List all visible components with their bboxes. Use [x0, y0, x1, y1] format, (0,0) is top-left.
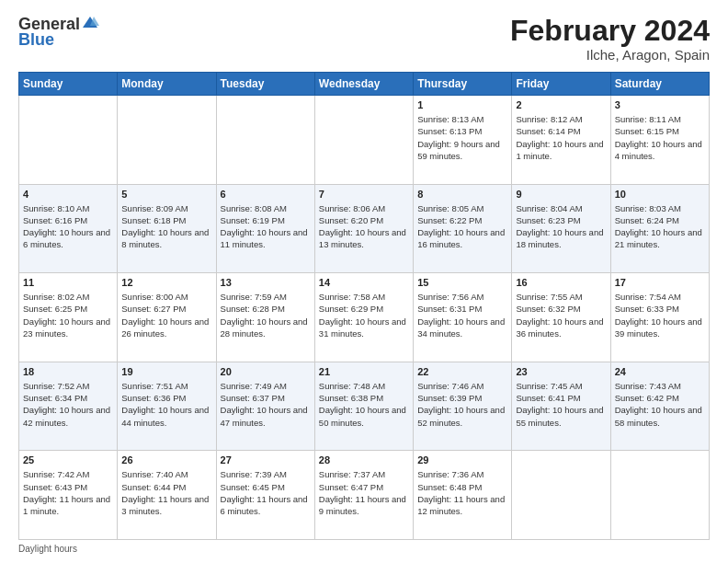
- calendar-header-row: Sunday Monday Tuesday Wednesday Thursday…: [19, 73, 710, 96]
- day-number: 23: [516, 365, 606, 379]
- day-info: Sunrise: 8:12 AMSunset: 6:14 PMDaylight:…: [516, 113, 606, 162]
- table-row: 24Sunrise: 7:43 AMSunset: 6:42 PMDayligh…: [610, 362, 709, 451]
- logo: General Blue: [18, 15, 99, 50]
- day-number: 5: [121, 188, 211, 201]
- day-info: Sunrise: 7:45 AMSunset: 6:41 PMDaylight:…: [516, 380, 606, 429]
- table-row: [610, 451, 709, 540]
- calendar-location: Ilche, Aragon, Spain: [510, 47, 710, 63]
- col-wednesday: Wednesday: [314, 73, 413, 96]
- table-row: 12Sunrise: 8:00 AMSunset: 6:27 PMDayligh…: [118, 273, 216, 362]
- footer-note: Daylight hours: [18, 544, 710, 554]
- day-info: Sunrise: 7:56 AMSunset: 6:31 PMDaylight:…: [417, 291, 507, 339]
- table-row: 6Sunrise: 8:08 AMSunset: 6:19 PMDaylight…: [216, 184, 314, 273]
- table-row: 4Sunrise: 8:10 AMSunset: 6:16 PMDaylight…: [19, 184, 118, 273]
- table-row: 2Sunrise: 8:12 AMSunset: 6:14 PMDaylight…: [512, 96, 610, 185]
- calendar-week-row: 25Sunrise: 7:42 AMSunset: 6:43 PMDayligh…: [19, 451, 710, 540]
- calendar-week-row: 18Sunrise: 7:52 AMSunset: 6:34 PMDayligh…: [19, 362, 710, 451]
- calendar-week-row: 11Sunrise: 8:02 AMSunset: 6:25 PMDayligh…: [19, 273, 710, 362]
- day-number: 27: [221, 454, 311, 467]
- day-info: Sunrise: 8:11 AMSunset: 6:15 PMDaylight:…: [615, 113, 705, 162]
- table-row: 17Sunrise: 7:54 AMSunset: 6:33 PMDayligh…: [610, 273, 709, 362]
- day-number: 20: [221, 365, 311, 379]
- calendar-week-row: 4Sunrise: 8:10 AMSunset: 6:16 PMDaylight…: [19, 184, 710, 273]
- day-number: 12: [121, 276, 211, 290]
- calendar-table: Sunday Monday Tuesday Wednesday Thursday…: [18, 72, 710, 540]
- table-row: 23Sunrise: 7:45 AMSunset: 6:41 PMDayligh…: [512, 362, 610, 451]
- footer-daylight-text: Daylight hours: [18, 544, 77, 554]
- col-saturday: Saturday: [610, 73, 709, 96]
- day-number: 7: [319, 188, 409, 201]
- day-info: Sunrise: 7:39 AMSunset: 6:45 PMDaylight:…: [221, 468, 311, 517]
- day-number: 19: [121, 365, 211, 379]
- day-number: 21: [319, 365, 409, 379]
- day-info: Sunrise: 7:55 AMSunset: 6:32 PMDaylight:…: [516, 291, 606, 339]
- day-info: Sunrise: 7:36 AMSunset: 6:48 PMDaylight:…: [417, 468, 507, 517]
- day-info: Sunrise: 7:58 AMSunset: 6:29 PMDaylight:…: [319, 291, 409, 339]
- logo-icon: [81, 15, 99, 33]
- table-row: 16Sunrise: 7:55 AMSunset: 6:32 PMDayligh…: [512, 273, 610, 362]
- table-row: 29Sunrise: 7:36 AMSunset: 6:48 PMDayligh…: [414, 451, 512, 540]
- table-row: 11Sunrise: 8:02 AMSunset: 6:25 PMDayligh…: [19, 273, 118, 362]
- day-number: 14: [319, 276, 409, 290]
- page-header: General Blue February 2024 Ilche, Aragon…: [18, 15, 710, 63]
- table-row: 19Sunrise: 7:51 AMSunset: 6:36 PMDayligh…: [118, 362, 216, 451]
- table-row: [19, 96, 118, 185]
- logo-blue-text: Blue: [18, 30, 54, 50]
- day-number: 28: [319, 454, 409, 467]
- table-row: [118, 96, 216, 185]
- table-row: 21Sunrise: 7:48 AMSunset: 6:38 PMDayligh…: [314, 362, 413, 451]
- day-info: Sunrise: 8:10 AMSunset: 6:16 PMDaylight:…: [23, 202, 113, 251]
- day-number: 26: [121, 454, 211, 467]
- day-number: 1: [417, 98, 507, 112]
- table-row: 15Sunrise: 7:56 AMSunset: 6:31 PMDayligh…: [414, 273, 512, 362]
- table-row: 1Sunrise: 8:13 AMSunset: 6:13 PMDaylight…: [414, 96, 512, 185]
- day-number: 29: [417, 454, 507, 467]
- table-row: 20Sunrise: 7:49 AMSunset: 6:37 PMDayligh…: [216, 362, 314, 451]
- day-number: 4: [23, 188, 113, 201]
- table-row: 5Sunrise: 8:09 AMSunset: 6:18 PMDaylight…: [118, 184, 216, 273]
- day-info: Sunrise: 8:00 AMSunset: 6:27 PMDaylight:…: [121, 291, 211, 339]
- day-info: Sunrise: 8:02 AMSunset: 6:25 PMDaylight:…: [23, 291, 113, 339]
- table-row: 8Sunrise: 8:05 AMSunset: 6:22 PMDaylight…: [414, 184, 512, 273]
- day-number: 24: [615, 365, 705, 379]
- day-info: Sunrise: 7:52 AMSunset: 6:34 PMDaylight:…: [23, 380, 113, 429]
- table-row: [314, 96, 413, 185]
- table-row: 22Sunrise: 7:46 AMSunset: 6:39 PMDayligh…: [414, 362, 512, 451]
- col-monday: Monday: [118, 73, 216, 96]
- day-info: Sunrise: 7:59 AMSunset: 6:28 PMDaylight:…: [221, 291, 311, 339]
- col-friday: Friday: [512, 73, 610, 96]
- day-number: 9: [516, 188, 606, 201]
- day-info: Sunrise: 8:09 AMSunset: 6:18 PMDaylight:…: [121, 202, 211, 251]
- day-info: Sunrise: 7:42 AMSunset: 6:43 PMDaylight:…: [23, 468, 113, 517]
- table-row: 14Sunrise: 7:58 AMSunset: 6:29 PMDayligh…: [314, 273, 413, 362]
- day-number: 10: [615, 188, 705, 201]
- table-row: 13Sunrise: 7:59 AMSunset: 6:28 PMDayligh…: [216, 273, 314, 362]
- day-info: Sunrise: 8:06 AMSunset: 6:20 PMDaylight:…: [319, 202, 409, 251]
- title-block: February 2024 Ilche, Aragon, Spain: [510, 15, 710, 63]
- day-info: Sunrise: 8:05 AMSunset: 6:22 PMDaylight:…: [417, 202, 507, 251]
- calendar-week-row: 1Sunrise: 8:13 AMSunset: 6:13 PMDaylight…: [19, 96, 710, 185]
- table-row: 9Sunrise: 8:04 AMSunset: 6:23 PMDaylight…: [512, 184, 610, 273]
- day-number: 16: [516, 276, 606, 290]
- table-row: 3Sunrise: 8:11 AMSunset: 6:15 PMDaylight…: [610, 96, 709, 185]
- day-number: 18: [23, 365, 113, 379]
- day-number: 22: [417, 365, 507, 379]
- table-row: 27Sunrise: 7:39 AMSunset: 6:45 PMDayligh…: [216, 451, 314, 540]
- day-info: Sunrise: 7:37 AMSunset: 6:47 PMDaylight:…: [319, 468, 409, 517]
- day-info: Sunrise: 8:03 AMSunset: 6:24 PMDaylight:…: [615, 202, 705, 251]
- col-sunday: Sunday: [19, 73, 118, 96]
- day-number: 17: [615, 276, 705, 290]
- day-info: Sunrise: 7:46 AMSunset: 6:39 PMDaylight:…: [417, 380, 507, 429]
- day-info: Sunrise: 7:40 AMSunset: 6:44 PMDaylight:…: [121, 468, 211, 517]
- day-info: Sunrise: 8:13 AMSunset: 6:13 PMDaylight:…: [417, 113, 507, 162]
- day-number: 3: [615, 98, 705, 112]
- table-row: 26Sunrise: 7:40 AMSunset: 6:44 PMDayligh…: [118, 451, 216, 540]
- col-tuesday: Tuesday: [216, 73, 314, 96]
- day-number: 11: [23, 276, 113, 290]
- table-row: 28Sunrise: 7:37 AMSunset: 6:47 PMDayligh…: [314, 451, 413, 540]
- day-number: 8: [417, 188, 507, 201]
- day-number: 25: [23, 454, 113, 467]
- day-number: 2: [516, 98, 606, 112]
- table-row: [216, 96, 314, 185]
- table-row: 25Sunrise: 7:42 AMSunset: 6:43 PMDayligh…: [19, 451, 118, 540]
